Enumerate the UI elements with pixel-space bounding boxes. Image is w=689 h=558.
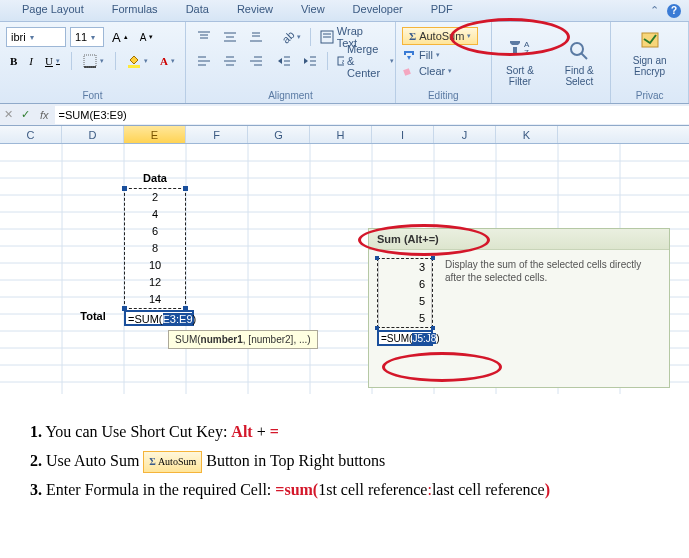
fx-icon[interactable]: fx — [34, 109, 55, 121]
privacy-label: Privac — [617, 88, 682, 103]
decrease-indent-button[interactable] — [272, 50, 296, 72]
underline-button[interactable]: U▾ — [41, 52, 64, 70]
data-cell[interactable]: 6 — [125, 223, 185, 240]
instructions: 1. You can Use Short Cut Key: Alt + = 2.… — [30, 418, 550, 504]
svg-text:Z: Z — [524, 48, 529, 57]
editing-group-label: Editing — [402, 88, 485, 103]
sign-button[interactable]: Sign an Encryp — [617, 25, 682, 81]
col-header-k[interactable]: K — [496, 126, 558, 143]
find-label: Find & Select — [556, 65, 602, 87]
bold-button[interactable]: B — [6, 52, 21, 70]
data-cell[interactable]: 2 — [125, 189, 185, 206]
sort-filter-button[interactable]: AZ Sort & Filter — [492, 22, 549, 103]
col-header-f[interactable]: F — [186, 126, 248, 143]
mini-cell: 5 — [378, 310, 432, 327]
sign-label: Sign an Encryp — [625, 55, 674, 77]
cancel-icon[interactable]: ✕ — [0, 108, 17, 121]
formula-input[interactable] — [55, 106, 689, 124]
data-header-cell[interactable]: Data — [124, 172, 186, 188]
tab-page-layout[interactable]: Page Layout — [8, 0, 98, 21]
font-size-value: 11 — [75, 31, 87, 43]
data-cell[interactable]: 4 — [125, 206, 185, 223]
shrink-font-button[interactable]: A▾ — [136, 29, 158, 46]
col-header-e[interactable]: E — [124, 126, 186, 143]
mini-cell: 6 — [378, 276, 432, 293]
align-center-button[interactable] — [218, 50, 242, 72]
sum-formula-range: E3:E9 — [163, 313, 193, 325]
fill-button[interactable]: Fill▾ — [402, 47, 485, 63]
border-button[interactable]: ▾ — [79, 51, 108, 71]
font-name-combo[interactable]: ibri▾ — [6, 27, 66, 47]
alignment-group: ab▾ Wrap Text aMerge & Center▾ Alignment — [186, 22, 396, 103]
tab-review[interactable]: Review — [223, 0, 287, 21]
grid: C D E F G H I J K Data 2 4 6 8 10 12 14 — [0, 126, 689, 394]
function-tooltip: SUM(number1, [number2], ...) — [168, 330, 318, 349]
increase-indent-button[interactable] — [298, 50, 322, 72]
mini-cell: 3 — [378, 259, 432, 276]
orientation-button[interactable]: ab▾ — [278, 28, 305, 46]
sort-label: Sort & Filter — [500, 65, 541, 87]
tooltip-description: Display the sum of the selected cells di… — [445, 258, 661, 346]
enter-icon[interactable]: ✓ — [17, 108, 34, 121]
alignment-group-label: Alignment — [192, 88, 389, 103]
find-select-button[interactable]: Find & Select — [548, 22, 610, 103]
align-left-button[interactable] — [192, 50, 216, 72]
merge-label: Merge & Center — [347, 43, 387, 79]
svg-rect-0 — [84, 55, 96, 67]
tab-view[interactable]: View — [287, 0, 339, 21]
data-cell[interactable]: 12 — [125, 274, 185, 291]
svg-rect-2 — [128, 65, 140, 68]
font-group-label: Font — [6, 88, 179, 103]
col-header-c[interactable]: C — [0, 126, 62, 143]
tab-developer[interactable]: Developer — [339, 0, 417, 21]
ribbon: ibri▾ 11▾ A▴ A▾ B I U▾ ▾ ▾ A▾ Font ab▾ W… — [0, 22, 689, 104]
col-header-h[interactable]: H — [310, 126, 372, 143]
col-header-i[interactable]: I — [372, 126, 434, 143]
mini-cell: 5 — [378, 293, 432, 310]
sum-formula-pre: =SUM( — [128, 313, 163, 325]
align-middle-button[interactable] — [218, 26, 242, 48]
sigma-icon: Σ — [409, 30, 416, 42]
font-group: ibri▾ 11▾ A▴ A▾ B I U▾ ▾ ▾ A▾ Font — [0, 22, 186, 103]
clear-label: Clear — [419, 65, 445, 77]
fill-color-button[interactable]: ▾ — [123, 51, 152, 71]
font-size-combo[interactable]: 11▾ — [70, 27, 104, 47]
col-header-g[interactable]: G — [248, 126, 310, 143]
minimize-ribbon-icon[interactable]: ⌃ — [647, 4, 661, 18]
formula-bar: ✕ ✓ fx — [0, 104, 689, 126]
mini-sum-cell: =SUM(J5:J8) — [377, 330, 433, 346]
sum-formula-post: ) — [193, 313, 197, 325]
tab-formulas[interactable]: Formulas — [98, 0, 172, 21]
tab-data[interactable]: Data — [172, 0, 223, 21]
data-cell[interactable]: 10 — [125, 257, 185, 274]
font-name-value: ibri — [11, 31, 26, 43]
align-bottom-button[interactable] — [244, 26, 268, 48]
tab-pdf[interactable]: PDF — [417, 0, 467, 21]
font-color-button[interactable]: A▾ — [156, 52, 179, 70]
ribbon-tabs: Page Layout Formulas Data Review View De… — [0, 0, 689, 22]
editing-group: Σ AutoSum ▾ Fill▾ Clear▾ Editing — [396, 22, 492, 103]
autosum-supertooltip: Sum (Alt+=) 3 6 5 5 =SUM(J5:J8) — [368, 228, 670, 388]
fill-label: Fill — [419, 49, 433, 61]
italic-button[interactable]: I — [25, 52, 37, 70]
col-header-d[interactable]: D — [62, 126, 124, 143]
sum-result-cell[interactable]: =SUM(E3:E9) — [124, 310, 194, 326]
align-top-button[interactable] — [192, 26, 216, 48]
total-label-cell[interactable]: Total — [62, 310, 124, 322]
column-headers: C D E F G H I J K — [0, 126, 689, 144]
grow-font-button[interactable]: A▴ — [108, 27, 132, 48]
autosum-label: AutoSum — [419, 30, 464, 42]
align-right-button[interactable] — [244, 50, 268, 72]
svg-line-36 — [581, 53, 587, 59]
data-cell[interactable]: 8 — [125, 240, 185, 257]
autosum-button[interactable]: Σ AutoSum ▾ — [402, 27, 478, 45]
svg-rect-32 — [403, 68, 411, 76]
tooltip-title: Sum (Alt+=) — [369, 229, 669, 250]
data-cell[interactable]: 14 — [125, 291, 185, 308]
merge-center-button[interactable]: aMerge & Center▾ — [333, 40, 398, 82]
svg-text:a: a — [342, 58, 344, 65]
clear-button[interactable]: Clear▾ — [402, 63, 485, 79]
col-header-j[interactable]: J — [434, 126, 496, 143]
help-icon[interactable]: ? — [667, 4, 681, 18]
